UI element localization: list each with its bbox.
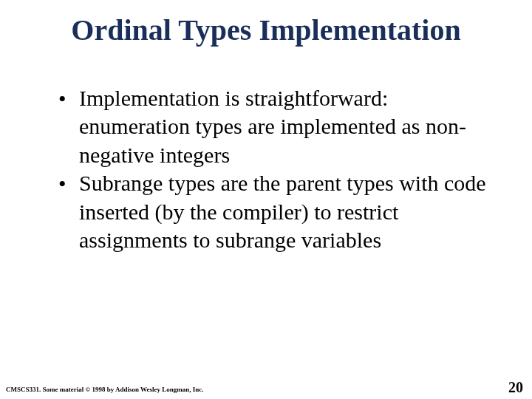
page-number: 20 <box>508 380 523 395</box>
bullet-marker-icon: • <box>58 84 79 113</box>
bullet-item: • Subrange types are the parent types wi… <box>58 169 492 254</box>
bullet-text: Implementation is straightforward: enume… <box>79 84 492 169</box>
slide-title: Ordinal Types Implementation <box>18 13 514 47</box>
bullet-marker-icon: • <box>58 169 79 198</box>
bullet-text: Subrange types are the parent types with… <box>79 169 492 254</box>
slide: Ordinal Types Implementation • Implement… <box>0 0 532 399</box>
bullet-item: • Implementation is straightforward: enu… <box>58 84 492 169</box>
footer-copyright: CMSCS331. Some material © 1998 by Addiso… <box>6 386 204 393</box>
slide-body: • Implementation is straightforward: enu… <box>58 84 492 254</box>
